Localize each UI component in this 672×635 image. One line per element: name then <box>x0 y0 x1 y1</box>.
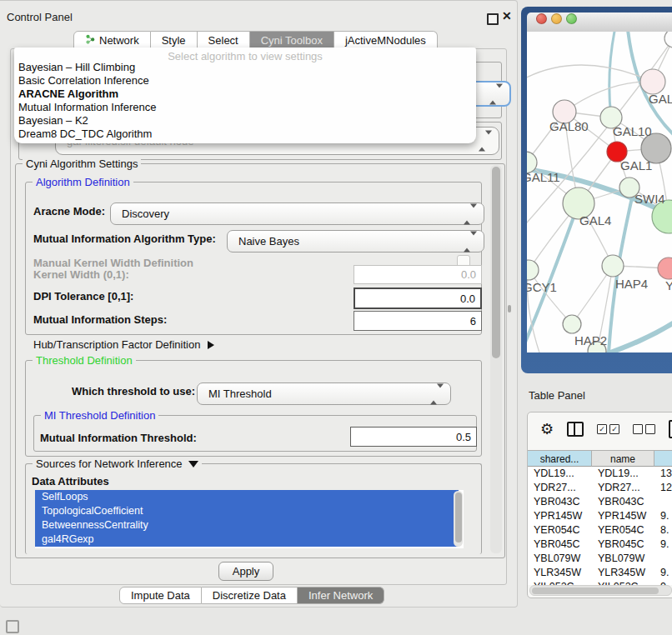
table-row[interactable]: YDL19...YDL19...13 <box>528 467 672 481</box>
table-cell: 12 <box>654 481 672 495</box>
data-attribute-item[interactable]: BetweennessCentrality <box>35 518 459 532</box>
network-canvas[interactable]: GALGAL80GAL10GAL1GAL11SWI4GAL4GCY1HAP4YH… <box>527 32 672 352</box>
table-cell: YBR045C <box>592 538 654 552</box>
export-table-icon[interactable] <box>669 420 672 438</box>
combo-stepper-icon <box>430 388 444 400</box>
columns-icon[interactable] <box>567 422 584 437</box>
table-cell: 9. <box>654 566 672 580</box>
network-node-label: GCY1 <box>527 280 557 294</box>
network-node-label: HAP4 <box>615 277 648 291</box>
table-column-header[interactable]: name <box>592 450 654 467</box>
close-icon[interactable]: ✕ <box>502 9 512 22</box>
table-cell: YDL19... <box>528 467 592 481</box>
tab-infer-network[interactable]: Infer Network <box>298 587 384 604</box>
table-cell: YDR27... <box>528 481 592 495</box>
tab-cyni-toolbox[interactable]: Cyni Toolbox <box>250 31 334 49</box>
table-column-header[interactable]: A <box>654 450 672 467</box>
hub-definition-toggle[interactable]: Hub/Transcription Factor Definition <box>33 338 214 351</box>
algorithm-definition-title: Algorithm Definition <box>33 176 133 188</box>
data-attribute-item[interactable]: gal4RGexp <box>35 532 459 547</box>
table-hscrollbar[interactable] <box>529 585 672 596</box>
gear-icon[interactable]: ⚙ <box>540 420 554 438</box>
table-row[interactable]: YBL079WYBL079W <box>528 552 672 566</box>
table-row[interactable]: YLR345WYLR345W9. <box>528 566 672 580</box>
tab-impute-data[interactable]: Impute Data <box>119 587 202 604</box>
settings-scrollbar[interactable] <box>490 165 502 553</box>
apply-button[interactable]: Apply <box>218 562 273 581</box>
mi-type-combo[interactable]: Naive Bayes <box>227 230 484 252</box>
table-row[interactable]: YBR043CYBR043C <box>528 495 672 509</box>
aracne-mode-combo[interactable]: Discovery <box>110 202 484 225</box>
data-attribute-item[interactable]: SelfLoops <box>35 490 459 504</box>
mi-threshold-group-title: MI Threshold Definition <box>41 409 158 422</box>
network-node[interactable] <box>640 69 665 94</box>
data-attributes-label: Data Attributes <box>32 475 109 488</box>
mi-steps-field[interactable]: 6 <box>354 311 482 331</box>
network-edge[interactable] <box>609 32 616 118</box>
dpi-tolerance-field[interactable]: 0.0 <box>354 288 482 309</box>
sources-group-title: Sources for Network Inference <box>33 458 202 470</box>
tab-select[interactable]: Select <box>198 31 250 49</box>
table-row[interactable]: YER054CYER054C8. <box>528 523 672 538</box>
select-all-columns-icon[interactable]: ✓✓ <box>597 424 619 434</box>
zoom-traffic-light-icon[interactable] <box>566 13 577 24</box>
table-cell: YBL079W <box>592 552 654 566</box>
network-node-label: HAP2 <box>574 333 607 348</box>
minimize-traffic-light-icon[interactable] <box>551 13 562 24</box>
table-cell <box>654 495 672 509</box>
algorithm-option[interactable]: ARACNE Algorithm <box>14 88 476 101</box>
dock-panel-icon[interactable] <box>6 620 19 633</box>
attributes-scrollbar-thumb[interactable] <box>455 492 462 542</box>
data-attributes-list[interactable]: SelfLoopsTopologicalCoefficientBetweenne… <box>35 490 464 548</box>
network-node-label: GAL1 <box>620 158 652 172</box>
expanded-arrow-icon <box>188 461 198 468</box>
table-cell: YPR145W <box>528 509 592 523</box>
attributes-scrollbar[interactable] <box>454 491 463 547</box>
algorithm-option[interactable]: Mutual Information Inference <box>14 101 476 114</box>
collapsed-arrow-icon <box>208 341 214 349</box>
tab-jactivemnodules[interactable]: jActiveMNodules <box>334 31 438 49</box>
splitter-handle[interactable] <box>508 305 511 312</box>
table-panel-title: Table Panel <box>529 389 585 402</box>
deselect-all-columns-icon[interactable] <box>633 424 655 434</box>
table-row[interactable]: YDR27...YDR27...12 <box>528 481 672 495</box>
network-node[interactable] <box>563 315 581 333</box>
cyni-settings-group-title: Cyni Algorithm Settings <box>23 158 141 170</box>
hub-definition-label: Hub/Transcription Factor Definition <box>33 338 200 351</box>
combo-stepper-icon <box>489 88 503 100</box>
mi-threshold-label: Mutual Information Threshold: <box>40 432 197 444</box>
close-traffic-light-icon[interactable] <box>536 13 547 24</box>
network-node-label: GAL11 <box>527 170 560 184</box>
table-header-row: shared...nameA <box>528 450 672 467</box>
network-node-label: Y <box>665 278 672 292</box>
settings-scrollbar-thumb[interactable] <box>492 167 500 358</box>
network-node[interactable] <box>602 255 624 277</box>
tab-network-label: Network <box>99 32 139 49</box>
tab-discretize-data[interactable]: Discretize Data <box>202 587 298 604</box>
mi-threshold-field[interactable]: 0.5 <box>350 427 477 447</box>
algorithm-option[interactable]: Dream8 DC_TDC Algorithm <box>14 128 476 141</box>
algorithm-option[interactable]: Bayesian – K2 <box>14 114 476 128</box>
which-threshold-combo[interactable]: MI Threshold <box>197 382 451 405</box>
table-row[interactable]: YPR145WYPR145W9. <box>528 509 672 523</box>
network-node-label: GAL4 <box>579 213 611 228</box>
algorithm-dropdown-list: Bayesian – Hill ClimbingBasic Correlatio… <box>14 61 476 141</box>
tab-network[interactable]: Network <box>73 31 151 49</box>
network-node[interactable] <box>664 32 672 48</box>
table-hscrollbar-thumb[interactable] <box>532 588 659 594</box>
table-column-header[interactable]: shared... <box>528 450 592 467</box>
table-row[interactable]: YBR045CYBR045C9. <box>528 538 672 552</box>
table-cell: YDL19... <box>592 467 654 481</box>
table-body: YDL19...YDL19...13YDR27...YDR27...12YBR0… <box>528 467 672 585</box>
network-node[interactable] <box>527 260 539 280</box>
algorithm-option[interactable]: Basic Correlation Inference <box>14 74 476 88</box>
network-graph: GALGAL80GAL10GAL1GAL11SWI4GAL4GCY1HAP4YH… <box>527 32 672 352</box>
network-node-label: GAL <box>649 92 672 106</box>
data-attribute-item[interactable]: TopologicalCoefficient <box>35 504 459 518</box>
kernel-width-label: Kernel Width (0,1): <box>33 268 129 281</box>
float-window-icon[interactable] <box>487 13 499 25</box>
algorithm-option[interactable]: Bayesian – Hill Climbing <box>14 61 476 74</box>
kernel-width-field[interactable]: 0.0 <box>354 265 482 284</box>
network-node[interactable] <box>658 258 672 279</box>
tab-style[interactable]: Style <box>151 31 198 49</box>
